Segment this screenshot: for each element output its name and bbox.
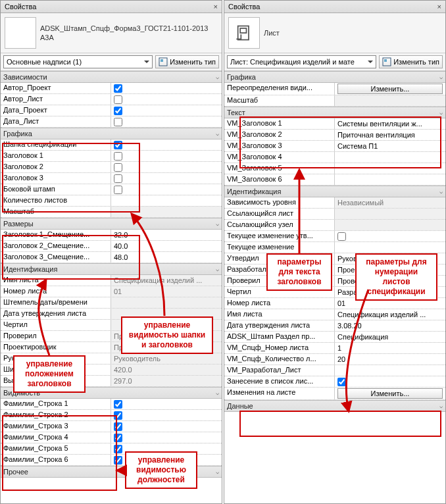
param-value[interactable]: Разработал [335,287,445,297]
param-value[interactable]: Системы вентиляции ж... [335,118,445,129]
param-value[interactable]: Проверил [335,276,445,286]
close-icon[interactable]: × [214,3,218,11]
param-value[interactable] [335,152,445,163]
checkbox[interactable] [114,84,122,93]
param-value[interactable]: Изменить... [335,83,445,95]
param-value[interactable] [335,163,445,174]
instance-selector[interactable]: Лист: Спецификация изделий и мате [227,55,376,68]
param-value[interactable] [111,139,222,150]
section-text[interactable]: Текст⌵ [224,107,445,118]
param-value[interactable] [335,376,445,387]
param-value[interactable]: 20 [335,354,445,365]
param-value[interactable] [111,105,222,116]
param-value[interactable] [335,242,445,253]
checkbox[interactable] [114,95,122,104]
param-value[interactable] [111,184,222,195]
param-label: Автор_Проект [1,83,111,93]
param-value[interactable] [111,410,222,420]
param-value[interactable] [335,231,445,241]
svg-rect-3 [240,28,246,33]
properties-panel-right: Свойства × Лист Лист: Спецификация издел… [224,0,446,504]
param-label: Занесение в список лис... [224,376,335,387]
param-label: VM_Заголовок 6 [224,174,335,185]
type-header: ADSK_Штамп_Спцф_Форма3_ГОСТ21-1101-2013 … [1,13,222,53]
param-label: Имя листа [1,275,111,286]
checkbox[interactable] [114,152,122,161]
param-value: 01 [111,286,222,297]
close-icon[interactable]: × [437,3,441,11]
section-ident[interactable]: Идентификация⌵ [1,263,222,275]
instance-selector[interactable]: Основные надписи (1) [3,55,153,68]
checkbox[interactable] [114,400,122,409]
checkbox[interactable] [337,378,346,386]
param-value[interactable] [111,443,222,454]
param-value[interactable] [111,421,222,432]
param-value[interactable] [111,195,222,206]
checkbox[interactable] [114,118,122,126]
param-label: Зависимость уровня [224,197,335,208]
edit-button[interactable]: Изменить... [337,388,443,399]
chevron-icon: ⌵ [216,130,219,137]
panel-title: Свойства × [1,1,222,13]
param-value [335,95,445,106]
checkbox[interactable] [114,456,122,465]
checkbox[interactable] [114,434,122,442]
section-graphics[interactable]: Графика⌵ [1,128,222,139]
param-value [335,220,445,230]
type-header: Лист [224,13,445,53]
section-deps[interactable]: Зависимости⌵ [1,71,222,83]
edit-type-button[interactable]: Изменить тип [379,55,443,68]
param-value[interactable]: 40.0 [111,241,222,251]
param-label: VM_Спцф_Количество л... [224,354,335,365]
param-value[interactable]: Приточная вентиляция [335,130,445,140]
section-ident[interactable]: Идентификация⌵ [224,186,445,197]
param-value[interactable]: 01 [335,298,445,309]
chevron-icon: ⌵ [216,390,219,396]
param-value[interactable] [111,116,222,127]
edit-type-button[interactable]: Изменить тип [155,55,219,68]
param-value[interactable]: Система П1 [335,141,445,151]
param-label: Заголовок 3_Смещение... [1,252,111,263]
param-value[interactable]: 48.0 [111,252,222,263]
checkbox[interactable] [114,411,122,420]
param-value[interactable] [111,151,222,161]
param-value[interactable]: Спецификация изделий ... [335,309,445,320]
edit-button[interactable]: Изменить... [337,84,443,94]
param-label: VM_Спцф_Номер листа [224,343,335,353]
section-graphics[interactable]: Графика⌵ [224,71,445,83]
section-sizes[interactable]: Размеры⌵ [1,218,222,230]
section-data[interactable]: Данные⌵ [224,400,445,412]
param-value[interactable]: Руководитель [335,253,445,264]
param-value [111,309,222,319]
chevron-icon: ⌵ [439,188,443,195]
param-value[interactable]: 1 [335,343,445,353]
param-value[interactable] [335,365,445,376]
param-label: Чертил [224,287,335,297]
param-value[interactable]: 32.0 [111,230,222,240]
param-value[interactable] [111,83,222,93]
checkbox[interactable] [114,163,122,172]
param-label: Заголовок 2 [1,162,111,172]
checkbox[interactable] [114,141,122,149]
param-value[interactable] [111,173,222,184]
param-value[interactable]: Проектировщик [335,265,445,275]
section-other[interactable]: Прочее⌵ [1,466,222,478]
param-value[interactable]: Изменить... [335,388,445,399]
param-value[interactable] [111,162,222,172]
param-value[interactable] [335,174,445,185]
checkbox[interactable] [114,445,122,453]
param-value[interactable]: 3.08.20 [335,320,445,331]
param-value[interactable] [111,455,222,465]
checkbox[interactable] [114,107,122,115]
param-value[interactable] [111,94,222,105]
param-label: VM_Заголовок 3 [224,141,335,151]
param-label: ADSK_Штамп Раздел пр... [224,332,335,342]
param-value[interactable]: Спецификация [335,332,445,342]
checkbox[interactable] [114,422,122,431]
param-value[interactable] [111,399,222,409]
checkbox[interactable] [337,232,346,241]
section-vis[interactable]: Видимость⌵ [1,387,222,399]
checkbox[interactable] [114,186,122,194]
param-value[interactable] [111,432,222,443]
checkbox[interactable] [114,174,122,183]
